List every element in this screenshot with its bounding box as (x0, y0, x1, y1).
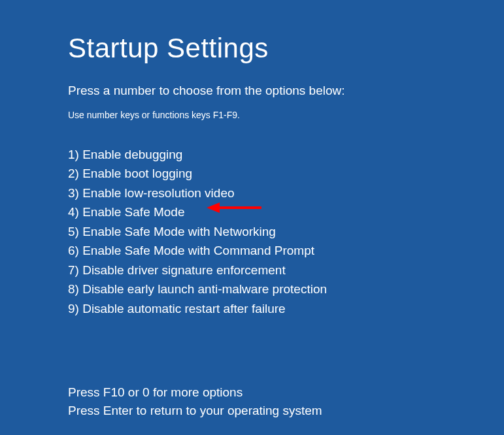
options-list: 1) Enable debugging 2) Enable boot loggi… (68, 145, 504, 318)
option-7-disable-driver-sig[interactable]: 7) Disable driver signature enforcement (68, 261, 504, 280)
option-3-low-res-video[interactable]: 3) Enable low-resolution video (68, 184, 504, 202)
option-9-disable-auto-restart[interactable]: 9) Disable automatic restart after failu… (68, 299, 504, 318)
option-1-debugging[interactable]: 1) Enable debugging (68, 145, 504, 164)
option-6-safe-mode-cmd[interactable]: 6) Enable Safe Mode with Command Prompt (68, 241, 504, 260)
option-5-safe-mode-networking[interactable]: 5) Enable Safe Mode with Networking (68, 222, 504, 241)
option-4-safe-mode[interactable]: 4) Enable Safe Mode (68, 202, 504, 221)
option-2-boot-logging[interactable]: 2) Enable boot logging (68, 164, 504, 183)
footer-return: Press Enter to return to your operating … (68, 402, 504, 420)
page-title: Startup Settings (68, 33, 504, 64)
footer-more-options: Press F10 or 0 for more options (68, 383, 504, 402)
hint-text: Use number keys or functions keys F1-F9. (68, 110, 504, 120)
option-8-disable-antimalware[interactable]: 8) Disable early launch anti-malware pro… (68, 280, 504, 298)
subtitle-text: Press a number to choose from the option… (68, 84, 504, 98)
